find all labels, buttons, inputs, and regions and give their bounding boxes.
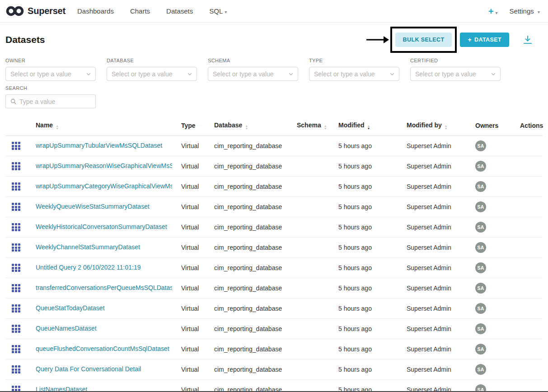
table-header-row: Name▲▼ Type Database▲▼ Schema▲▼ Modified… [5,116,543,136]
filter: TYPE Select or type a value [309,53,399,81]
owner-avatar[interactable]: SA [475,283,486,294]
dataset-schema [291,217,333,238]
owner-avatar[interactable]: SA [475,364,486,375]
dataset-name-link[interactable]: QueueStatTodayDataset [36,304,105,312]
table-row: Query Data For Conversational Detail Vir… [5,359,543,380]
dataset-grid-icon [12,142,20,150]
owner-avatar[interactable]: SA [475,242,486,253]
dataset-modified: 5 hours ago [333,258,401,278]
new-dropdown[interactable]: +▾ [488,7,498,16]
dataset-name-link[interactable]: wrapUpSummaryReasonWiseGraphicalViewMsSQ… [36,162,172,169]
table-row: transferredConversationsPerQueueMsSQLDat… [5,278,543,299]
filter-select[interactable]: Select or type a value [410,67,501,81]
settings-menu[interactable]: Settings ▾ [510,7,540,15]
dataset-type: Virtual [176,278,209,299]
search-label: SEARCH [5,85,96,91]
chevron-down-icon [491,73,496,75]
owner-avatar[interactable]: SA [475,262,486,273]
owner-avatar[interactable]: SA [475,344,486,355]
dataset-type: Virtual [176,197,209,217]
dataset-name-link[interactable]: queueFlushedConversationCountMsSqlDatase… [36,345,169,352]
dataset-name-link[interactable]: QueueNamesDataset [36,325,97,332]
dataset-modified-by: Superset Admin [401,217,470,238]
nav-item[interactable]: Charts [130,7,150,15]
dataset-schema [291,339,333,359]
add-dataset-button[interactable]: + DATASET [460,33,509,47]
sort-icon[interactable]: ▲▼ [324,125,327,130]
column-header-icon [5,116,30,136]
sort-icon[interactable]: ▲▼ [445,125,448,130]
owner-avatar[interactable]: SA [475,201,486,212]
dataset-name-link[interactable]: wrapUpSummaryTubularViewMsSQLDataset [36,142,162,149]
bulk-select-annotated: BULK SELECT [395,33,452,47]
header-actions: BULK SELECT + DATASET [395,33,533,47]
dataset-grid-icon [12,243,20,252]
search-input[interactable] [19,98,91,105]
search-filter: SEARCH [5,85,96,108]
filter-label: SCHEMA [208,58,298,63]
sort-icon[interactable]: ▲▼ [56,125,59,130]
column-header-name[interactable]: Name▲▼ [30,116,176,136]
superset-logo[interactable]: Superset [5,5,66,17]
dataset-name-link[interactable]: WeeklyQueueWiseStatSummaryDataset [36,203,150,210]
filter-select[interactable]: Select or type a value [5,67,96,81]
dataset-modified: 5 hours ago [333,156,401,177]
column-header-schema[interactable]: Schema▲▼ [291,116,333,136]
column-header-label: Name [36,121,53,129]
table-row: queueFlushedConversationCountMsSqlDatase… [5,339,543,359]
owner-avatar[interactable]: SA [475,161,486,172]
plus-icon: + [488,6,494,16]
dataset-modified-by: Superset Admin [401,238,470,258]
filter-select[interactable]: Select or type a value [107,67,197,81]
column-header-modified-by[interactable]: Modified by▲▼ [401,116,470,136]
owner-avatar[interactable]: SA [475,181,486,192]
dataset-name-link[interactable]: Query Data For Conversational Detail [36,365,141,373]
column-header-database[interactable]: Database▲▼ [209,116,291,136]
search-icon [10,98,16,104]
dataset-modified-by: Superset Admin [401,177,470,197]
dataset-name-link[interactable]: Untitled Query 2 06/10/2022 11:01:19 [36,264,141,271]
dataset-name-link[interactable]: transferredConversationsPerQueueMsSQLDat… [36,284,172,291]
filter-row: OWNER Select or type a value DATABASE Se… [5,53,543,81]
owner-avatar[interactable]: SA [475,323,486,334]
dataset-modified-by: Superset Admin [401,278,470,299]
nav-item[interactable]: Datasets [166,7,193,15]
dataset-grid-icon [12,365,20,373]
column-header-modified[interactable]: Modified▲▼ [333,116,401,136]
nav-item[interactable]: SQL▾ [209,7,227,15]
table-row: WeeklyChannelStatSummaryDataset Virtual … [5,238,543,258]
dataset-grid-icon [12,162,20,170]
annotation-arrow-shaft [366,39,385,41]
brand-text: Superset [28,6,66,16]
caret-down-icon: ▾ [496,10,498,15]
dataset-actions [515,156,543,177]
bulk-select-button[interactable]: BULK SELECT [395,33,452,47]
dataset-name-link[interactable]: WeeklyChannelStatSummaryDataset [36,243,140,251]
dataset-name-link[interactable]: wrapUpSummaryCategoryWiseGraphicalViewMs… [36,182,172,190]
owner-avatar[interactable]: SA [475,140,486,151]
nav-item-label: Dashboards [77,7,114,15]
export-download-button[interactable] [523,35,533,44]
column-header-label: Owners [475,122,498,129]
sort-icon[interactable]: ▲▼ [367,125,370,130]
dataset-type: Virtual [176,319,209,339]
filter-select[interactable]: Select or type a value [208,67,298,81]
dataset-schema [291,359,333,380]
dataset-schema [291,319,333,339]
filter-select[interactable]: Select or type a value [309,67,399,81]
dataset-name-link[interactable]: WeeklyHistoricalConversatonSummaryDatase… [36,223,167,230]
dataset-modified-by: Superset Admin [401,258,470,278]
owner-avatar[interactable]: SA [475,303,486,314]
dataset-schema [291,238,333,258]
dataset-type: Virtual [176,359,209,380]
dataset-type: Virtual [176,299,209,319]
owner-avatar[interactable]: SA [475,222,486,233]
nav-item[interactable]: Dashboards [77,7,114,15]
sort-icon[interactable]: ▲▼ [245,125,248,130]
dataset-type: Virtual [176,177,209,197]
dataset-actions [515,136,543,156]
dataset-database: cim_reporting_database [209,136,291,156]
dataset-modified: 5 hours ago [333,380,401,392]
select-placeholder: Select or type a value [10,70,71,78]
chevron-down-icon [390,73,394,75]
